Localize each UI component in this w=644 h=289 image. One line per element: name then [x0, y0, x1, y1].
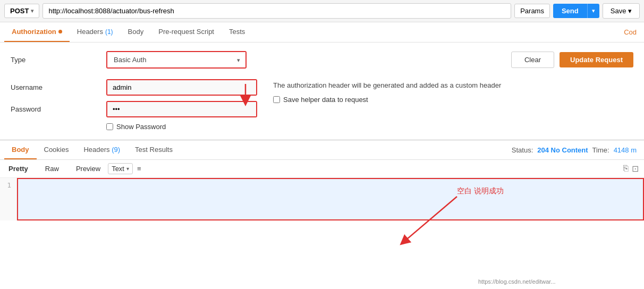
save-helper-label: Save helper data to request — [283, 96, 368, 104]
response-tab-headers-label: Headers — [83, 146, 112, 154]
username-input-wrapper — [106, 79, 257, 96]
response-tab-tests[interactable]: Test Results — [128, 141, 180, 159]
tab-body[interactable]: Body — [121, 22, 151, 42]
headers-badge: (1) — [105, 28, 113, 36]
fields-section: Username Password Show Password — [11, 79, 257, 131]
authorization-dot-icon — [58, 30, 62, 33]
copy-icon[interactable]: ⎘ — [623, 164, 629, 174]
send-button[interactable]: Send — [553, 4, 587, 18]
save-helper-checkbox[interactable] — [273, 96, 280, 103]
auth-info-text: The authorization header will be generat… — [273, 80, 633, 91]
status-label: Status: — [512, 146, 533, 154]
response-tab-body[interactable]: Body — [4, 141, 37, 159]
tab-prerequest-label: Pre-request Script — [158, 28, 214, 36]
time-label: Time: — [592, 146, 609, 154]
password-input[interactable] — [107, 102, 256, 116]
username-label: Username — [11, 83, 106, 91]
url-bar: POST ▾ Params Send ▾ Save ▾ — [0, 0, 644, 22]
type-label: Type — [11, 56, 106, 64]
password-label: Password — [11, 105, 106, 113]
password-input-wrapper — [106, 101, 257, 117]
request-tab-bar: Authorization Headers (1) Body Pre-reque… — [0, 22, 644, 42]
type-select-wrapper: Basic Auth No Auth Bearer Token API Key … — [106, 51, 247, 69]
status-area: Status: 204 No Content Time: 4148 m — [509, 142, 640, 158]
tab-right-overflow: Cod — [621, 23, 640, 41]
tab-headers[interactable]: Headers (1) — [70, 22, 121, 42]
update-request-button[interactable]: Update Request — [560, 52, 633, 67]
line-numbers: 1 — [0, 178, 17, 220]
code-tab-preview[interactable]: Preview — [73, 163, 104, 174]
time-value: 4148 m — [614, 146, 637, 154]
format-label: Text — [112, 165, 124, 173]
url-input[interactable] — [43, 3, 511, 19]
format-chevron-icon: ▾ — [126, 166, 129, 172]
send-group: Send ▾ — [553, 4, 599, 18]
bottom-section: Body Cookies Headers (9) Test Results St… — [0, 140, 644, 220]
code-toolbar: Pretty Raw Preview Text ▾ ≡ ⎘ ⊡ — [0, 160, 644, 178]
response-tab-bar: Body Cookies Headers (9) Test Results St… — [0, 141, 644, 160]
response-tab-cookies-label: Cookies — [44, 146, 69, 154]
type-select[interactable]: Basic Auth No Auth Bearer Token API Key — [107, 52, 245, 67]
tab-prerequest[interactable]: Pre-request Script — [151, 22, 222, 42]
save-button[interactable]: Save ▾ — [603, 3, 640, 19]
action-buttons: Clear Update Request — [511, 52, 633, 68]
helper-row: Save helper data to request — [273, 96, 633, 104]
tab-tests-label: Tests — [229, 28, 245, 36]
tab-tests[interactable]: Tests — [222, 22, 252, 42]
method-label: POST — [10, 7, 29, 15]
tab-authorization-label: Authorization — [12, 28, 56, 36]
send-dropdown-button[interactable]: ▾ — [587, 4, 599, 18]
username-row: Username — [11, 79, 257, 96]
type-row: Type Basic Auth No Auth Bearer Token API… — [11, 51, 633, 69]
tab-body-label: Body — [128, 28, 144, 36]
tab-headers-label: Headers — [77, 28, 103, 36]
info-section: The authorization header will be generat… — [268, 79, 633, 104]
params-button[interactable]: Params — [514, 4, 550, 18]
response-tab-cookies[interactable]: Cookies — [37, 141, 77, 159]
copy-icons: ⎘ ⊡ — [623, 164, 639, 174]
tab-authorization[interactable]: Authorization — [4, 22, 70, 42]
show-password-row: Show Password — [106, 123, 257, 131]
code-editor[interactable] — [17, 178, 644, 220]
svg-text:https://blog.csdn.net/editwar.: https://blog.csdn.net/editwar... — [478, 278, 556, 285]
method-dropdown[interactable]: POST ▾ — [4, 4, 39, 18]
format-select[interactable]: Text ▾ — [108, 163, 133, 174]
code-tab-raw[interactable]: Raw — [42, 163, 62, 174]
clear-icon[interactable]: ⊡ — [632, 164, 639, 174]
clear-button[interactable]: Clear — [511, 52, 554, 68]
code-tab-pretty[interactable]: Pretty — [5, 163, 31, 174]
show-password-label: Show Password — [116, 123, 166, 131]
response-headers-badge: (9) — [112, 146, 120, 154]
editor-area: 1 — [0, 178, 644, 220]
response-tab-body-label: Body — [12, 146, 29, 154]
auth-section: Type Basic Auth No Auth Bearer Token API… — [0, 42, 644, 140]
wrap-icon[interactable]: ≡ — [137, 165, 141, 173]
method-chevron-icon: ▾ — [31, 8, 33, 14]
app-container: POST ▾ Params Send ▾ Save ▾ Authorizatio… — [0, 0, 644, 289]
credentials-area: Username Password Show Password — [11, 79, 633, 131]
response-tab-headers[interactable]: Headers (9) — [76, 141, 128, 159]
password-row: Password — [11, 101, 257, 117]
show-password-checkbox[interactable] — [106, 123, 113, 130]
username-input[interactable] — [107, 80, 256, 95]
status-value: 204 No Content — [537, 146, 588, 154]
response-tab-tests-label: Test Results — [135, 146, 173, 154]
